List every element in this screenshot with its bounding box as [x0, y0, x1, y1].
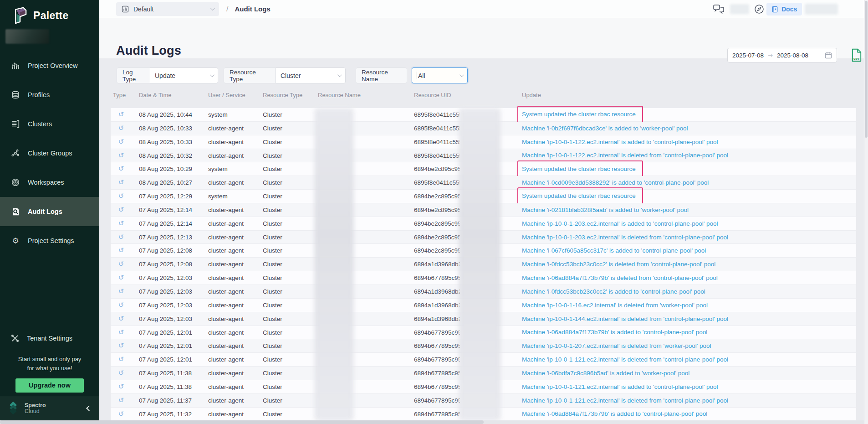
- docs-button[interactable]: Docs: [766, 3, 802, 16]
- sidebar: Palette Project Overview Profiles: [0, 0, 99, 424]
- vertical-scrollbar[interactable]: [864, 0, 868, 424]
- update-link[interactable]: Machine 'ip-10-0-1-122.ec2.internal' is …: [522, 135, 718, 149]
- chevron-down-icon: [460, 72, 464, 77]
- network-icon: [11, 149, 20, 158]
- cell-resource-type: Cluster: [263, 258, 317, 271]
- sidebar-item-label: Clusters: [28, 120, 52, 128]
- date-range-end[interactable]: 2025-08-08: [777, 52, 808, 59]
- update-link[interactable]: Machine 'i-02181bfab328f5aab' is added t…: [522, 203, 689, 217]
- history-icon: ↺: [114, 122, 128, 135]
- csv-file-icon: csv: [851, 48, 863, 62]
- cell-resource-uid: 6895f8e0411c5559: [414, 122, 460, 135]
- column-header-update[interactable]: Update: [522, 89, 541, 101]
- update-link[interactable]: Machine 'i-0fdcc53bcb23c0cc2' is deleted…: [522, 258, 715, 271]
- cell-update: Machine 'ip-10-0-1-121.ec2.internal' is …: [522, 394, 856, 407]
- cell-resource-uid: 6895f8e0411c5559: [414, 176, 460, 189]
- column-header-type[interactable]: Type: [113, 89, 126, 101]
- history-icon: ↺: [114, 339, 128, 352]
- update-link[interactable]: Machine 'ip-10-0-1-144.ec2.internal' is …: [522, 312, 728, 326]
- upgrade-now-button[interactable]: Upgrade now: [15, 378, 84, 393]
- update-link[interactable]: Machine 'i-06ad884a7f173b79b' is added t…: [522, 326, 707, 339]
- cell-datetime: 07 Aug 2025, 12:13: [139, 231, 207, 244]
- sidebar-item-label: Cluster Groups: [28, 150, 72, 157]
- filter-label-resource-name: Resource Name: [356, 67, 407, 83]
- cell-update: Machine 'i-02181bfab328f5aab' is added t…: [522, 203, 856, 217]
- cell-datetime: 07 Aug 2025, 12:03: [139, 271, 207, 284]
- brand-logo[interactable]: Palette: [12, 6, 69, 25]
- update-link[interactable]: Machine 'ip-10-0-1-121.ec2.internal' is …: [522, 353, 728, 366]
- cell-resource-type: Cluster: [263, 271, 317, 284]
- history-icon: ↺: [114, 217, 128, 230]
- cell-datetime: 07 Aug 2025, 12:29: [139, 190, 207, 203]
- project-scope-select[interactable]: Default: [116, 2, 219, 16]
- update-link[interactable]: Machine 'i-06bdfa7c9c896b5ad' is added t…: [522, 367, 689, 380]
- cell-user-service: system: [208, 108, 262, 121]
- column-header-user-service[interactable]: User / Service: [208, 89, 245, 101]
- sidebar-item-tenant-settings[interactable]: Tenant Settings: [0, 326, 99, 350]
- column-header-resource-name[interactable]: Resource Name: [318, 89, 361, 101]
- cell-update: System updated the cluster rbac resource: [522, 108, 856, 121]
- filter-value: All: [418, 72, 425, 79]
- update-link[interactable]: Machine 'i-0fdcc53bcb23c0cc2' is added t…: [522, 285, 705, 298]
- update-link[interactable]: Machine 'i-06ad884a7f173b79b' is deleted…: [522, 271, 718, 284]
- sidebar-item-clusters[interactable]: Clusters: [0, 109, 99, 139]
- cell-resource-uid: 6894be2c895c95: [414, 203, 460, 217]
- horizontal-scrollbar-thumb[interactable]: [0, 420, 484, 424]
- update-link[interactable]: Machine 'ip-10-0-1-121.ec2.internal' is …: [522, 394, 728, 407]
- update-link[interactable]: Machine 'ip-10-0-1-203.ec2.internal' is …: [522, 231, 728, 244]
- column-header-resource-uid[interactable]: Resource UID: [414, 89, 451, 101]
- update-link[interactable]: System updated the cluster rbac resource: [517, 187, 643, 205]
- sidebar-item-project-overview[interactable]: Project Overview: [0, 51, 99, 80]
- update-link[interactable]: Machine 'ip-10-0-1-207.ec2.internal' is …: [522, 339, 711, 352]
- cell-update: Machine 'i-06ad884a7f173b79b' is deleted…: [522, 271, 856, 284]
- update-link[interactable]: Machine 'i-06ad884a7f173b79b' is added t…: [522, 407, 707, 420]
- sidebar-item-profiles[interactable]: Profiles: [0, 80, 99, 109]
- cell-update: System updated the cluster rbac resource: [522, 162, 856, 176]
- cell-update: Machine 'ip-10-0-1-16.ec2.internal' is d…: [522, 299, 856, 312]
- text-caret: [417, 72, 417, 79]
- vertical-scrollbar-thumb[interactable]: [865, 1, 868, 138]
- update-link[interactable]: Machine 'ip-10-0-1-121.ec2.internal' is …: [522, 380, 718, 393]
- cell-resource-uid: 6894a1d3968db2: [414, 312, 460, 326]
- sidebar-item-workspaces[interactable]: Workspaces: [0, 168, 99, 197]
- filter-select-resource-name[interactable]: All: [412, 67, 468, 83]
- update-link[interactable]: System updated the cluster rbac resource: [517, 160, 643, 178]
- update-link[interactable]: Machine 'ip-10-0-1-203.ec2.internal' is …: [522, 217, 718, 230]
- chat-button[interactable]: [713, 0, 725, 18]
- cell-update: Machine 'ip-10-0-1-207.ec2.internal' is …: [522, 339, 856, 352]
- cell-user-service: cluster-agent: [208, 312, 262, 326]
- horizontal-scrollbar[interactable]: [0, 420, 864, 424]
- export-csv-button[interactable]: csv: [851, 48, 863, 62]
- sidebar-item-cluster-groups[interactable]: Cluster Groups: [0, 139, 99, 168]
- date-range-picker[interactable]: 2025-07-08 → 2025-08-08: [727, 48, 837, 62]
- filter-select-log-type[interactable]: Update: [150, 67, 218, 83]
- history-icon: ↺: [114, 326, 128, 339]
- cell-user-service: cluster-agent: [208, 122, 262, 135]
- cell-resource-uid: 6894b677895c95: [414, 353, 460, 366]
- tools-icon: [11, 334, 19, 342]
- column-header-datetime[interactable]: Date & Time: [139, 89, 172, 101]
- chevron-left-icon[interactable]: [86, 405, 92, 411]
- update-link[interactable]: Machine 'ip-10-0-1-16.ec2.internal' is d…: [522, 299, 708, 312]
- cell-update: Machine 'i-067cf605a85cc317c' is added t…: [522, 244, 856, 257]
- date-range-start[interactable]: 2025-07-08: [732, 52, 764, 59]
- sidebar-item-audit-logs[interactable]: Audit Logs: [0, 197, 99, 226]
- history-icon: ↺: [114, 258, 128, 271]
- cell-resource-uid: 6894b677895c95: [414, 367, 460, 380]
- cell-update: Machine 'i-0fdcc53bcb23c0cc2' is added t…: [522, 285, 856, 298]
- chevron-down-icon: [210, 6, 215, 10]
- cell-update: System updated the cluster rbac resource: [522, 190, 856, 203]
- redacted-project-selector[interactable]: [5, 29, 49, 44]
- cell-update: Machine 'i-0fdcc53bcb23c0cc2' is deleted…: [522, 258, 856, 271]
- filter-select-resource-type[interactable]: Cluster: [276, 67, 346, 83]
- cell-resource-uid: 6894b677895c95: [414, 326, 460, 339]
- update-link[interactable]: System updated the cluster rbac resource: [517, 106, 643, 123]
- cell-resource-uid: 6894b677895c95: [414, 408, 460, 421]
- cell-resource-uid: 6894a1d3968db2: [414, 258, 460, 271]
- column-header-resource-type[interactable]: Resource Type: [263, 89, 302, 101]
- update-link[interactable]: Machine 'i-067cf605a85cc317c' is added t…: [522, 244, 706, 257]
- explore-button[interactable]: [754, 0, 765, 18]
- update-link[interactable]: Machine 'i-0b2f697f6dbcad3ce' is added t…: [522, 122, 688, 135]
- sidebar-item-label: Audit Logs: [28, 208, 62, 215]
- sidebar-item-project-settings[interactable]: ⚙ Project Settings: [0, 226, 99, 255]
